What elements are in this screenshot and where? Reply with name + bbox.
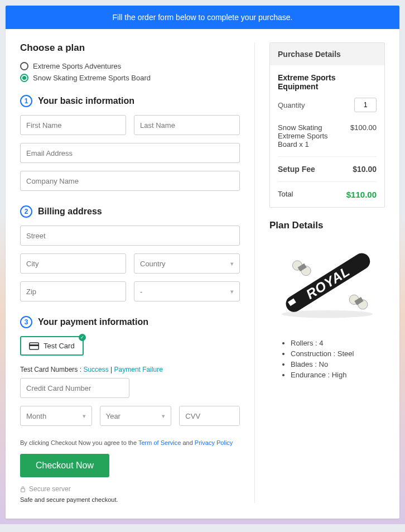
checkout-button[interactable]: Checkout Now (20, 454, 109, 477)
safe-checkout-text: Safe and secure payment checkout. (20, 496, 240, 503)
secure-server-text: Secure server (29, 485, 71, 493)
chevron-down-icon: ▾ (162, 413, 165, 420)
total-label: Total (278, 190, 293, 199)
terms-text: By clicking Checkout Now you agree to th… (20, 439, 240, 446)
secure-server-row: Secure server (20, 485, 240, 493)
chevron-down-icon: ▾ (230, 260, 234, 267)
content-area: Choose a plan Extreme Sports Adventures … (6, 29, 399, 519)
company-input[interactable] (20, 171, 240, 191)
product-title: Extreme Sports Equipment (278, 73, 377, 91)
plan-features-list: Rollers : 4 Construction : Steel Blades … (269, 338, 385, 380)
state-select[interactable]: - ▾ (134, 281, 240, 301)
svg-rect-1 (30, 344, 39, 346)
svg-rect-4 (21, 488, 25, 492)
chevron-down-icon: ▾ (230, 288, 234, 295)
email-input[interactable] (20, 143, 240, 163)
quantity-label: Quantity (278, 101, 305, 109)
list-item: Construction : Steel (291, 348, 385, 359)
zip-input[interactable] (20, 281, 126, 301)
plan-option-snow-skating[interactable]: Snow Skating Extreme Sports Board (20, 72, 240, 84)
check-icon: ✓ (79, 334, 86, 341)
step-3-header: 3 Your payment information (20, 316, 240, 328)
step-1-title: Your basic information (38, 96, 134, 106)
step-number-icon: 2 (20, 205, 32, 218)
first-name-input[interactable] (20, 115, 126, 135)
year-placeholder: Year (106, 412, 120, 420)
terms-of-service-link[interactable]: Term of Service (138, 439, 181, 446)
last-name-input[interactable] (134, 115, 240, 135)
purchase-details-header: Purchase Details (270, 43, 384, 65)
privacy-policy-link[interactable]: Privacy Policy (195, 439, 233, 446)
purchase-details-box: Purchase Details Extreme Sports Equipmen… (269, 42, 385, 208)
state-placeholder: - (140, 287, 142, 296)
plan-details-title: Plan Details (269, 220, 385, 231)
street-input[interactable] (20, 226, 240, 246)
credit-card-number-input[interactable] (20, 378, 129, 398)
step-number-icon: 1 (20, 95, 32, 107)
step-number-icon: 3 (20, 316, 32, 328)
credit-card-icon (29, 342, 39, 350)
city-input[interactable] (20, 253, 126, 274)
list-item: Rollers : 4 (291, 338, 385, 348)
plan-radio-group: Extreme Sports Adventures Snow Skating E… (20, 60, 240, 84)
list-item: Blades : No (291, 359, 385, 370)
step-3-title: Your payment information (38, 317, 148, 327)
radio-unchecked-icon (20, 62, 28, 70)
order-form-container: Fill the order form below to complete yo… (6, 6, 399, 519)
cvv-wrapper (179, 406, 240, 426)
cvv-input[interactable] (180, 406, 240, 425)
radio-checked-icon (20, 74, 28, 82)
setup-fee-label: Setup Fee (278, 165, 315, 174)
step-2-header: 2 Billing address (20, 205, 240, 218)
year-select[interactable]: Year ▾ (100, 406, 172, 426)
test-card-chip[interactable]: ✓ Test Card (20, 336, 84, 356)
form-column: Choose a plan Extreme Sports Adventures … (20, 42, 254, 503)
country-select[interactable]: Country ▾ (134, 253, 240, 274)
plan-option-extreme-adventures[interactable]: Extreme Sports Adventures (20, 60, 240, 72)
lock-icon (20, 486, 26, 492)
banner-text: Fill the order form below to complete yo… (113, 13, 293, 22)
summary-column: Purchase Details Extreme Sports Equipmen… (254, 42, 385, 503)
month-placeholder: Month (26, 412, 46, 420)
step-2-title: Billing address (38, 207, 102, 217)
line-item-label: Snow Skating Extreme Sports Board x 1 (278, 123, 345, 148)
choose-plan-title: Choose a plan (20, 42, 240, 54)
step-1-header: 1 Your basic information (20, 95, 240, 107)
plan-option-label: Snow Skating Extreme Sports Board (33, 74, 151, 82)
success-link[interactable]: Success (83, 366, 108, 373)
list-item: Endurance : High (291, 370, 385, 380)
month-select[interactable]: Month ▾ (20, 406, 92, 426)
quantity-input[interactable] (354, 98, 377, 112)
card-chip-label: Test Card (44, 342, 75, 350)
payment-failure-link[interactable]: Payment Failure (114, 366, 163, 373)
plan-option-label: Extreme Sports Adventures (33, 62, 121, 70)
setup-fee-price: $10.00 (353, 165, 377, 174)
country-placeholder: Country (140, 260, 166, 268)
chevron-down-icon: ▾ (83, 413, 86, 420)
skateboard-image: ROYAL (269, 237, 385, 326)
line-item-price: $100.00 (350, 123, 377, 148)
total-price: $110.00 (346, 190, 377, 199)
test-card-numbers-text: Test Card Numbers : Success | Payment Fa… (20, 366, 240, 373)
banner: Fill the order form below to complete yo… (6, 6, 399, 29)
